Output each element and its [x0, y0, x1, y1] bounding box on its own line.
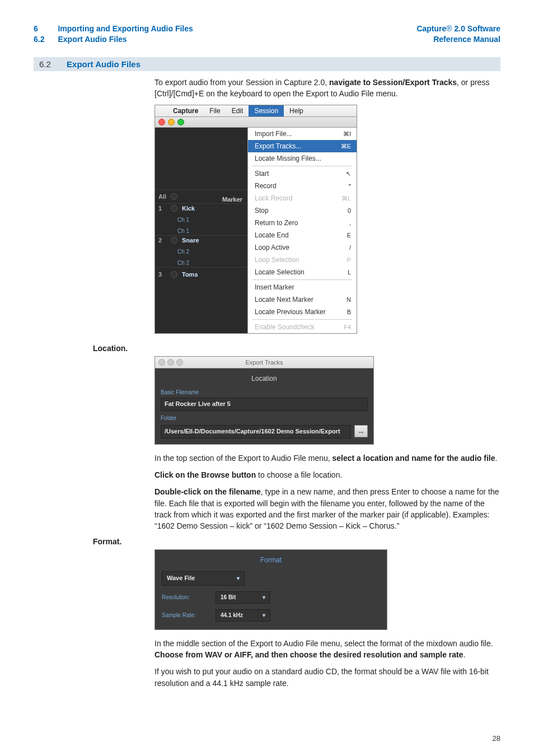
figure-export-location: Export Tracks Location Basic Filename Fa…	[154, 356, 374, 444]
format-panel-title: Format	[162, 556, 380, 565]
location-paragraph-1: In the top section of the Export to Audi…	[154, 452, 500, 464]
mac-menubar: Capture File Edit Session Help	[155, 105, 357, 117]
resolution-select[interactable]: 16 Bit▾	[216, 591, 270, 604]
intro-paragraph: To export audio from your Session in Cap…	[154, 77, 500, 100]
menu-stop[interactable]: Stop0	[248, 204, 357, 217]
location-heading: Location.	[93, 344, 500, 353]
track-list: Marker All 1 Kick Ch 1 Ch 1 2	[155, 128, 247, 333]
format-paragraph-2: If you wish to put your audio on a stand…	[154, 666, 500, 689]
product-name: Capture® 2.0 Software	[416, 24, 500, 34]
menu-locate-end[interactable]: Locate EndE	[248, 229, 357, 241]
track-row[interactable]: 1 Kick Ch 1 Ch 1	[155, 203, 247, 235]
track-row[interactable]: 3 Toms	[155, 267, 247, 281]
dialog-title: Export Tracks	[245, 359, 283, 366]
track-name: Toms	[182, 271, 198, 279]
menu-file[interactable]: File	[204, 105, 226, 116]
session-dropdown: Import File...⌘I Export Tracks...⌘E Loca…	[247, 128, 357, 333]
dialog-titlebar: Export Tracks	[155, 357, 373, 368]
track-name: Kick	[182, 205, 195, 213]
format-heading: Format.	[93, 537, 500, 546]
minimize-window-icon[interactable]	[168, 119, 175, 125]
section-heading-title: Export Audio Files	[67, 59, 140, 69]
menu-start[interactable]: Start↖	[248, 167, 357, 180]
menu-capture[interactable]: Capture	[167, 105, 204, 116]
menu-loop-active[interactable]: Loop Active/	[248, 241, 357, 254]
location-paragraph-3: Double-click on the filename, type in a …	[154, 486, 500, 531]
menu-locate-missing[interactable]: Locate Missing Files...	[248, 152, 357, 165]
page-header: 6 6.2 Importing and Exporting Audio File…	[34, 24, 500, 45]
record-arm-icon[interactable]	[171, 205, 177, 212]
chapter-title: Importing and Exporting Audio Files	[58, 24, 193, 34]
figure-session-menu: Capture File Edit Session Help Marker Al…	[154, 105, 357, 334]
doc-type: Reference Manual	[416, 34, 500, 45]
chevron-down-icon: ▾	[263, 594, 265, 602]
marker-column-header: Marker	[222, 196, 242, 204]
menu-return-zero[interactable]: Return to Zero,	[248, 217, 357, 229]
menu-insert-marker[interactable]: Insert Marker	[248, 281, 357, 293]
location-paragraph-2: Click on the Browse button to choose a f…	[154, 469, 500, 480]
menu-enable-soundcheck: Enable SoundcheckF4	[248, 321, 357, 333]
menu-loop-selection: Loop SelectionP	[248, 254, 357, 266]
record-arm-icon[interactable]	[171, 271, 177, 278]
menu-locate-next-marker[interactable]: Locate Next MarkerN	[248, 293, 357, 306]
menu-lock-record: Lock Record⌘L	[248, 192, 357, 204]
samplerate-label: Sample Rate:	[162, 612, 210, 620]
section-number: 6.2	[34, 34, 44, 45]
close-window-icon[interactable]	[158, 119, 165, 125]
window-traffic-lights	[155, 117, 357, 128]
header-section-title: Export Audio Files	[58, 34, 193, 45]
filetype-select[interactable]: Wave File▾	[162, 571, 245, 586]
record-arm-icon[interactable]	[171, 237, 177, 244]
menu-record[interactable]: Record*	[248, 180, 357, 192]
browse-button[interactable]: ...	[354, 425, 368, 437]
basic-filename-label: Basic Filename	[161, 389, 368, 397]
folder-label: Folder	[161, 414, 368, 423]
menu-session[interactable]: Session	[249, 105, 284, 116]
close-icon[interactable]	[158, 359, 165, 366]
minimize-icon[interactable]	[167, 359, 174, 366]
samplerate-select[interactable]: 44.1 kHz▾	[216, 609, 270, 622]
track-row[interactable]: 2 Snare Ch 2 Ch 2	[155, 235, 247, 267]
chevron-down-icon: ▾	[263, 612, 265, 620]
chapter-number: 6	[34, 24, 44, 34]
section-heading: 6.2 Export Audio Files	[34, 57, 500, 71]
menu-edit[interactable]: Edit	[226, 105, 249, 116]
menu-help[interactable]: Help	[284, 105, 309, 116]
menu-locate-selection[interactable]: Locate SelectionL	[248, 266, 357, 278]
format-paragraph-1: In the middle section of the Export to A…	[154, 638, 500, 661]
all-tracks-label[interactable]: All	[158, 193, 166, 201]
figure-export-format: Format Wave File▾ Resolution: 16 Bit▾ Sa…	[154, 549, 387, 629]
menu-export-tracks[interactable]: Export Tracks...⌘E	[248, 140, 357, 152]
zoom-icon[interactable]	[176, 359, 183, 366]
zoom-window-icon[interactable]	[177, 119, 184, 125]
folder-field[interactable]: /Users/Ell-D/Documents/Capture/1602 Demo…	[161, 425, 351, 438]
record-arm-all-icon[interactable]	[171, 193, 177, 200]
location-panel-title: Location	[161, 374, 368, 384]
chevron-down-icon: ▾	[237, 575, 240, 583]
menu-import-file[interactable]: Import File...⌘I	[248, 128, 357, 140]
basic-filename-field[interactable]: Fat Rocker Live after 5	[161, 398, 368, 411]
resolution-label: Resolution:	[162, 594, 210, 602]
track-name: Snare	[182, 237, 199, 245]
section-heading-number: 6.2	[39, 59, 51, 69]
menu-locate-prev-marker[interactable]: Locate Previous MarkerB	[248, 306, 357, 318]
page-number: 28	[493, 734, 500, 743]
